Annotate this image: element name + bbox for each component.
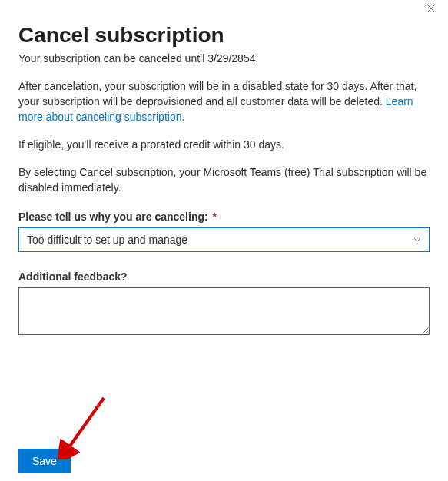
- cancel-deadline-text: Your subscription can be canceled until …: [18, 52, 430, 65]
- close-icon: [426, 2, 436, 15]
- page-title: Cancel subscription: [18, 23, 430, 48]
- svg-line-0: [67, 398, 104, 450]
- required-asterisk: *: [213, 211, 217, 223]
- cancelation-info-paragraph: After cancelation, your subscription wil…: [18, 78, 430, 124]
- reason-selected-value: Too difficult to set up and manage: [27, 234, 187, 246]
- feedback-textarea[interactable]: [18, 287, 430, 335]
- prorated-credit-text: If eligible, you'll receive a prorated c…: [18, 137, 430, 152]
- close-button[interactable]: [423, 0, 439, 18]
- immediate-disable-text: By selecting Cancel subscription, your M…: [18, 164, 430, 195]
- reason-select[interactable]: Too difficult to set up and manage: [18, 227, 430, 252]
- save-button[interactable]: Save: [18, 449, 71, 473]
- feedback-label: Additional feedback?: [18, 270, 430, 283]
- reason-label: Please tell us why you are canceling: *: [18, 211, 430, 223]
- cancelation-info-text: After cancelation, your subscription wil…: [18, 80, 416, 108]
- reason-label-text: Please tell us why you are canceling:: [18, 211, 208, 223]
